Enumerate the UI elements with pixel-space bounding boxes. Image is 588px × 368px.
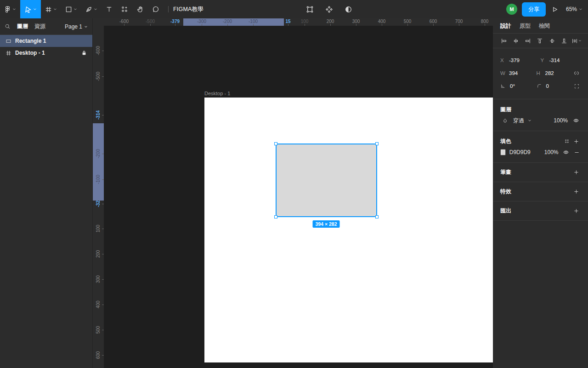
ruler-tick — [459, 24, 459, 26]
present-play-icon[interactable] — [550, 5, 560, 14]
height-input[interactable]: H 282 — [537, 70, 573, 76]
resize-handle-ne[interactable] — [375, 142, 379, 145]
ruler-label: 500 — [404, 19, 412, 24]
text-icon — [106, 6, 113, 13]
horizontal-ruler[interactable]: -600-500-379-300-200-1001510020030040050… — [93, 18, 493, 26]
add-fill-icon[interactable] — [571, 137, 581, 146]
ruler-tick — [102, 154, 104, 154]
resources-tool-button[interactable] — [117, 0, 132, 18]
resize-handle-nw[interactable] — [274, 142, 277, 145]
tab-inspect[interactable]: 檢閱 — [539, 22, 550, 30]
corner-radius-icon — [537, 83, 542, 89]
tab-assets[interactable]: 資源 — [34, 23, 45, 30]
w-label: W — [500, 70, 505, 76]
ruler-label: -100 — [96, 175, 101, 184]
page-name: Page 1 — [65, 23, 82, 30]
resources-icon — [121, 6, 128, 13]
ruler-tick — [382, 24, 382, 26]
align-left-icon[interactable] — [499, 36, 509, 46]
corner-radius-input[interactable]: 0 — [537, 83, 573, 89]
canvas[interactable]: Desktop - 1 394 × 282 — [93, 18, 493, 368]
resize-handle-se[interactable] — [375, 215, 379, 218]
ruler-label: -314 — [96, 110, 101, 120]
ruler-selection-band — [93, 123, 104, 201]
ruler-tick — [356, 24, 356, 26]
visibility-eye-icon[interactable] — [562, 148, 570, 157]
figma-logo-icon — [4, 6, 11, 13]
search-icon[interactable] — [5, 23, 11, 29]
user-avatar[interactable]: M — [506, 4, 517, 15]
y-value: -314 — [549, 58, 560, 63]
align-horizontal-center-icon[interactable] — [511, 36, 520, 46]
styles-icon[interactable] — [562, 137, 571, 146]
create-component-icon[interactable] — [324, 5, 334, 14]
independent-corners-icon[interactable] — [572, 81, 581, 91]
ruler-tick — [202, 24, 202, 26]
frame-label[interactable]: Desktop - 1 — [204, 91, 230, 96]
tab-design[interactable]: 設計 — [500, 22, 511, 30]
align-vertical-center-icon[interactable] — [548, 36, 557, 46]
align-right-icon[interactable] — [523, 36, 532, 46]
comment-icon — [152, 6, 159, 13]
fill-opacity-input[interactable]: 100% — [544, 149, 559, 155]
ruler-tick — [305, 24, 305, 26]
lock-icon[interactable] — [81, 50, 87, 56]
fill-section-title: 填色 — [500, 138, 511, 145]
pen-tool-button[interactable] — [81, 0, 102, 18]
chevron-down-icon — [12, 7, 16, 11]
ruler-label: 15 — [285, 19, 290, 24]
ruler-label: -32 — [96, 201, 101, 207]
hand-tool-button[interactable] — [132, 0, 148, 18]
visibility-eye-icon[interactable] — [571, 116, 581, 125]
move-tool-button[interactable] — [20, 0, 41, 18]
toolbar-divider — [168, 6, 169, 12]
edit-object-icon[interactable] — [305, 5, 314, 14]
comment-tool-button[interactable] — [148, 0, 164, 18]
ruler-label: 200 — [327, 19, 334, 24]
ruler-tick — [124, 24, 124, 26]
selected-rectangle[interactable] — [276, 144, 377, 217]
add-effect-icon[interactable] — [571, 187, 581, 196]
mask-icon[interactable] — [344, 5, 353, 14]
layer-row-rectangle[interactable]: Rectangle 1 — [0, 35, 92, 47]
blend-mode-select[interactable]: 穿過 — [513, 117, 524, 125]
share-button[interactable]: 分享 — [522, 2, 546, 17]
width-input[interactable]: W 394 — [500, 70, 537, 76]
ruler-label: -500 — [96, 72, 101, 81]
main-menu-button[interactable] — [0, 0, 20, 18]
add-export-icon[interactable] — [571, 207, 581, 216]
page-selector[interactable]: Page 1 — [65, 23, 88, 30]
ruler-label: -600 — [96, 46, 101, 55]
document-title[interactable]: FIGMA教學 — [173, 6, 204, 13]
y-input[interactable]: Y -314 — [541, 58, 581, 63]
tab-prototype[interactable]: 原型 — [520, 22, 531, 30]
distribute-menu[interactable] — [571, 38, 582, 44]
zoom-menu[interactable]: 65% — [564, 6, 584, 12]
remove-fill-icon[interactable] — [573, 148, 581, 157]
text-tool-button[interactable] — [102, 0, 117, 18]
ruler-tick — [102, 76, 104, 77]
frame-icon — [45, 6, 52, 13]
x-input[interactable]: X -379 — [500, 58, 541, 63]
hand-icon — [136, 6, 144, 13]
resize-handle-sw[interactable] — [274, 215, 277, 218]
fill-hex-input[interactable]: D9D9D9 — [509, 149, 531, 155]
layer-row-frame[interactable]: Desktop - 1 — [0, 47, 92, 59]
tab-layers[interactable]: 圖層 — [17, 23, 28, 30]
shape-tool-button[interactable] — [61, 0, 81, 18]
add-stroke-icon[interactable] — [571, 168, 581, 177]
align-top-icon[interactable] — [535, 36, 544, 46]
ruler-tick — [433, 24, 434, 26]
y-label: Y — [541, 58, 545, 63]
export-section: 匯出 — [493, 201, 588, 221]
effects-section: 特效 — [493, 182, 588, 201]
layer-name: Rectangle 1 — [15, 38, 46, 44]
constrain-proportions-icon[interactable] — [572, 69, 581, 78]
vertical-ruler[interactable]: -600-500-314-200-100-3210020030040050060… — [93, 26, 104, 368]
layer-opacity-input[interactable]: 100% — [554, 117, 568, 124]
frame-tool-button[interactable] — [41, 0, 61, 18]
align-bottom-icon[interactable] — [560, 36, 569, 46]
blend-mode-icon — [500, 116, 509, 125]
fill-color-swatch[interactable] — [500, 149, 506, 155]
rotation-input[interactable]: 0° — [500, 83, 537, 89]
